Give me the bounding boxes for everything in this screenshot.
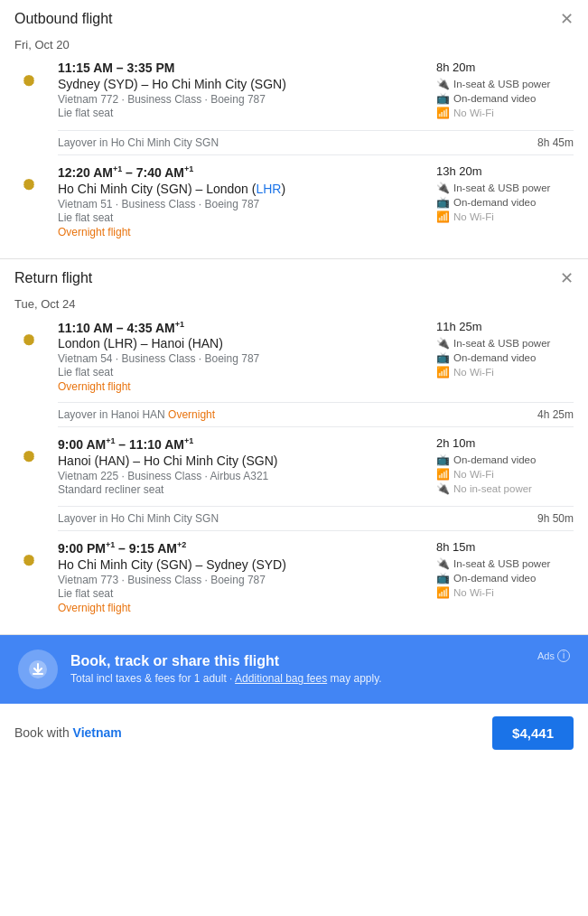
return-segment-3: 9:00 PM+1 – 9:15 AM+2 Ho Chi Minh City (…	[14, 540, 574, 614]
return-flight-3-seat: Lie flat seat	[58, 587, 429, 600]
r-amenity-wifi-3: 📶 No Wi-Fi	[436, 586, 574, 599]
flight-1-amenities: 8h 20m 🔌 In-seat & USB power 📺 On-demand…	[429, 61, 574, 121]
return-layover-2-text: Layover in Ho Chi Minh City SGN	[58, 512, 537, 525]
return-flight-1-times: 11:10 AM – 4:35 AM+1	[58, 320, 429, 335]
r-amenity-wifi-1: 📶 No Wi-Fi	[436, 366, 574, 379]
r-amenity-usb-3: 🔌 In-seat & USB power	[436, 557, 574, 570]
svg-point-29	[23, 558, 34, 563]
return-flight-3-duration: 8h 15m	[436, 540, 574, 554]
vietnam-airlines-logo-2	[14, 166, 47, 194]
flight-1-details: Vietnam 772 · Business Class · Boeing 78…	[58, 93, 429, 106]
r-amenity-tv-3: 📺 On-demand video	[436, 572, 574, 584]
promo-ads-label: Ads i	[537, 650, 570, 662]
book-footer: Book with Vietnam $4,441	[0, 704, 588, 762]
return-segment-1: 11:10 AM – 4:35 AM+1 London (LHR) – Hano…	[14, 320, 574, 394]
return-layover-2-duration: 9h 50m	[537, 512, 574, 525]
return-layover-2: Layover in Ho Chi Minh City SGN 9h 50m	[58, 506, 574, 531]
book-price-button[interactable]: $4,441	[492, 716, 574, 750]
r-tv-icon-1: 📺	[436, 351, 450, 364]
return-flight-3-times: 9:00 PM+1 – 9:15 AM+2	[58, 540, 429, 556]
return-flight-2-route: Hanoi (HAN) – Ho Chi Minh City (SGN)	[58, 453, 429, 468]
vietnam-airlines-logo-3	[14, 322, 47, 350]
return-flight-1-info: 11:10 AM – 4:35 AM+1 London (LHR) – Hano…	[58, 320, 429, 394]
promo-banner: Book, track or share this flight Total i…	[0, 635, 588, 704]
return-layover-1-overnight: Overnight	[168, 408, 215, 421]
r-amenity-wifi-2: 📶 No Wi-Fi	[436, 468, 574, 481]
amenity-usb-1: 🔌 In-seat & USB power	[436, 78, 574, 90]
outbound-section: Outbound flight ✕ Fri, Oct 20 11:15 AM –…	[0, 0, 588, 259]
lhr-link[interactable]: LHR	[256, 182, 281, 196]
return-close-button[interactable]: ✕	[560, 270, 574, 286]
flight-2-times: 12:20 AM+1 – 7:40 AM+1	[58, 164, 429, 180]
return-flight-2-amenities: 2h 10m 📺 On-demand video 📶 No Wi-Fi 🔌 No…	[429, 436, 574, 497]
outbound-date: Fri, Oct 20	[14, 38, 574, 51]
amenity-tv-1: 📺 On-demand video	[436, 92, 574, 105]
wifi-icon-1: 📶	[436, 107, 450, 119]
outbound-layover-1: Layover in Ho Chi Minh City SGN 8h 45m	[58, 130, 574, 155]
return-date: Tue, Oct 24	[14, 297, 574, 311]
flight-1-times: 11:15 AM – 3:35 PM	[58, 61, 429, 75]
tv-icon-2: 📺	[436, 196, 450, 209]
return-flight-2-times: 9:00 AM+1 – 11:10 AM+1	[58, 436, 429, 452]
svg-point-23	[23, 454, 34, 459]
layover-1-text: Layover in Ho Chi Minh City SGN	[58, 136, 537, 149]
return-flight-2-seat: Standard recliner seat	[58, 483, 429, 496]
return-flight-1-duration: 11h 25m	[436, 320, 574, 333]
r-tv-icon-2: 📺	[436, 453, 450, 466]
return-flight-3-info: 9:00 PM+1 – 9:15 AM+2 Ho Chi Minh City (…	[58, 540, 429, 614]
flight-2-duration: 13h 20m	[436, 164, 574, 178]
flight-1-seat: Lie flat seat	[58, 107, 429, 119]
flight-2-route: Ho Chi Minh City (SGN) – London (LHR)	[58, 182, 429, 196]
vietnam-airlines-logo-5	[14, 542, 47, 570]
r-power-icon-2: 🔌	[436, 482, 450, 495]
return-flight-1-amenities: 11h 25m 🔌 In-seat & USB power 📺 On-deman…	[429, 320, 574, 380]
flight-2-details: Vietnam 51 · Business Class · Boeing 787	[58, 198, 429, 210]
return-section: Return flight ✕ Tue, Oct 24 11:10 AM – 4…	[0, 259, 588, 635]
amenity-usb-2: 🔌 In-seat & USB power	[436, 182, 574, 194]
bag-fees-link[interactable]: Additional bag fees	[235, 672, 327, 685]
ads-info-icon[interactable]: i	[557, 650, 570, 662]
vietnam-airlines-logo-1	[14, 62, 47, 90]
promo-title: Book, track or share this flight	[70, 653, 525, 669]
return-flight-2-duration: 2h 10m	[436, 436, 574, 450]
svg-point-5	[23, 79, 34, 83]
r-amenity-usb-1: 🔌 In-seat & USB power	[436, 337, 574, 350]
flight-2-amenities: 13h 20m 🔌 In-seat & USB power 📺 On-deman…	[429, 164, 574, 225]
return-flight-3-overnight: Overnight flight	[58, 602, 429, 614]
r-wifi-icon-3: 📶	[436, 586, 450, 599]
return-flight-3-amenities: 8h 15m 🔌 In-seat & USB power 📺 On-demand…	[429, 540, 574, 601]
r-wifi-icon-1: 📶	[436, 366, 450, 379]
usb-icon-2: 🔌	[436, 182, 450, 194]
amenity-wifi-2: 📶 No Wi-Fi	[436, 210, 574, 223]
return-layover-1: Layover in Hanoi HAN Overnight 4h 25m	[58, 402, 574, 427]
outbound-close-button[interactable]: ✕	[560, 11, 574, 27]
outbound-flight-1-info: 11:15 AM – 3:35 PM Sydney (SYD) – Ho Chi…	[58, 61, 429, 119]
r-amenity-tv-1: 📺 On-demand video	[436, 351, 574, 364]
promo-download-icon	[18, 650, 58, 689]
outbound-title: Outbound flight	[14, 11, 113, 27]
r-amenity-tv-2: 📺 On-demand video	[436, 453, 574, 466]
flight-2-overnight: Overnight flight	[58, 226, 429, 238]
return-layover-1-duration: 4h 25m	[537, 408, 574, 421]
flight-1-duration: 8h 20m	[436, 61, 574, 74]
r-usb-icon-1: 🔌	[436, 337, 450, 350]
outbound-segment-2: 12:20 AM+1 – 7:40 AM+1 Ho Chi Minh City …	[14, 164, 574, 238]
wifi-icon-2: 📶	[436, 210, 450, 223]
r-tv-icon-3: 📺	[436, 572, 450, 584]
promo-text-block: Book, track or share this flight Total i…	[70, 653, 525, 685]
return-layover-1-text: Layover in Hanoi HAN Overnight	[58, 408, 537, 421]
return-flight-2-details: Vietnam 225 · Business Class · Airbus A3…	[58, 470, 429, 482]
r-amenity-power-2: 🔌 No in-seat power	[436, 482, 574, 495]
return-flight-1-route: London (LHR) – Hanoi (HAN)	[58, 336, 429, 351]
outbound-segment-1: 11:15 AM – 3:35 PM Sydney (SYD) – Ho Chi…	[14, 61, 574, 121]
r-usb-icon-3: 🔌	[436, 557, 450, 570]
return-flight-2-info: 9:00 AM+1 – 11:10 AM+1 Hanoi (HAN) – Ho …	[58, 436, 429, 496]
promo-subtitle: Total incl taxes & fees for 1 adult · Ad…	[70, 672, 525, 685]
usb-icon-1: 🔌	[436, 78, 450, 90]
return-flight-3-route: Ho Chi Minh City (SGN) – Sydney (SYD)	[58, 557, 429, 572]
flight-2-seat: Lie flat seat	[58, 211, 429, 224]
airline-name: Vietnam	[73, 725, 122, 740]
return-flight-1-seat: Lie flat seat	[58, 366, 429, 379]
return-header: Return flight ✕	[14, 270, 574, 286]
return-title: Return flight	[14, 270, 92, 286]
